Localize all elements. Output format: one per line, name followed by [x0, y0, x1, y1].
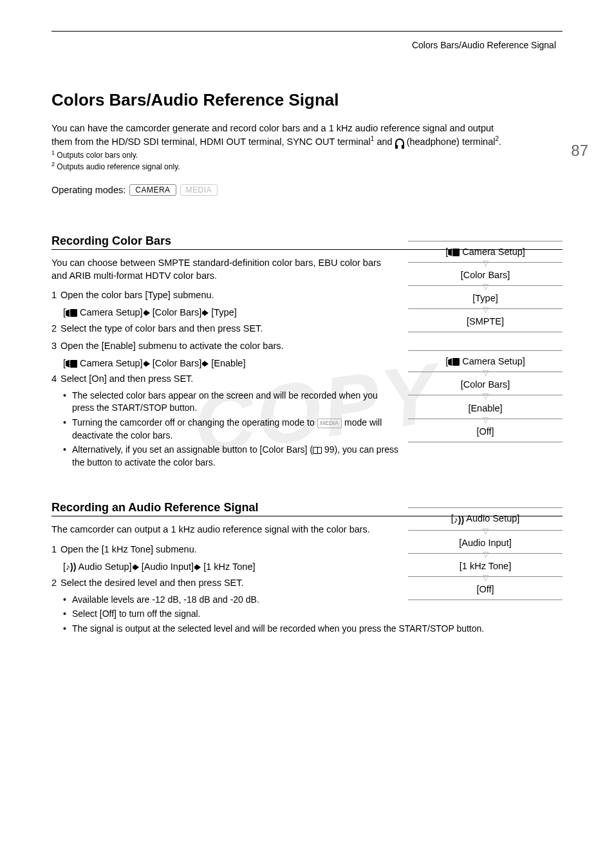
running-header: Colors Bars/Audio Reference Signal: [412, 40, 556, 50]
bullet: •Turning the camcorder off or changing t…: [63, 417, 399, 442]
section1-left: You can choose between SMPTE standard-de…: [51, 256, 399, 469]
path-txt: Camera Setup]: [77, 358, 145, 368]
step4-bullets: •The selected color bars appear on the s…: [63, 390, 399, 469]
sup2: 2: [495, 135, 499, 142]
menu1-item4: [SMPTE]: [408, 311, 563, 332]
step1-text: Open the color bars [Type] submenu.: [60, 290, 214, 300]
arrow-icon: [204, 310, 209, 316]
menu-group-3: [♪)) Audio Setup] ▽ [Audio Input] ▽ [1 k…: [408, 507, 563, 600]
intro-line2b: and: [374, 137, 395, 147]
menu-group-2: [ Camera Setup] ▽ [Color Bars] ▽ [Enable…: [408, 350, 563, 442]
step4-text: Select [On] and then press SET.: [60, 373, 193, 384]
step1-path: [♪)) Audio Setup] [Audio Input] [1 kHz T…: [63, 560, 399, 574]
section-color-bars: Recording Color Bars [ Camera Setup] ▽ […: [51, 234, 563, 469]
media-badge-icon: MEDIA: [317, 419, 342, 428]
bullet-text: Turning the camcorder off or changing th…: [72, 417, 399, 442]
page-ref-icon: [313, 447, 322, 454]
step-1: 1Open the [1 kHz Tone] submenu.: [51, 543, 399, 556]
page-number: 87: [571, 142, 588, 160]
menu3-item4: [Off]: [408, 579, 563, 600]
section2-left: The camcorder can output a 1 kHz audio r…: [51, 523, 399, 589]
bullet-text: Alternatively, if you set an assignable …: [72, 444, 399, 469]
intro-line1: You can have the camcorder generate and …: [51, 123, 494, 133]
op-modes-label: Operating modes:: [51, 185, 126, 195]
bullet-text: The signal is output at the selected lev…: [72, 623, 484, 636]
step-2: 2Select the desired level and then press…: [51, 576, 399, 590]
path-txt: Camera Setup]: [77, 307, 145, 317]
step1-path: [ Camera Setup] [Color Bars] [Type]: [63, 306, 399, 319]
menu-path-type: [ Camera Setup] ▽ [Color Bars] ▽ [Type] …: [408, 241, 563, 460]
path-txt: [1 kHz Tone]: [201, 561, 255, 572]
bullet-text: The selected color bars appear on the sc…: [72, 390, 399, 415]
footnote1-text: Outputs color bars only.: [55, 151, 138, 160]
section-audio-ref: Recording an Audio Reference Signal [♪))…: [51, 501, 563, 635]
top-rule: [51, 31, 563, 32]
audio-icon: ♪)): [454, 514, 464, 525]
step-4: 4Select [On] and then press SET.: [51, 372, 399, 386]
arrow-icon: [135, 564, 139, 571]
menu2-item4: [Off]: [408, 421, 563, 442]
footnote2-text: Outputs audio reference signal only.: [55, 162, 180, 171]
intro-line2c: (headphone) terminal: [404, 137, 496, 147]
bullet: •The signal is output at the selected le…: [63, 623, 563, 636]
section2-body: The camcorder can output a 1 kHz audio r…: [51, 523, 399, 536]
step2-text: Select the desired level and then press …: [60, 578, 244, 588]
section1-body: You can choose between SMPTE standard-de…: [51, 256, 399, 283]
path-txt: [Enable]: [209, 358, 245, 368]
mode-camera-badge: CAMERA: [129, 184, 176, 196]
headphone-icon: [395, 138, 404, 146]
path-txt: [Audio Input]: [139, 561, 196, 572]
intro-line2a: them from the HD/SD SDI terminal, HDMI O…: [51, 137, 371, 147]
path-txt: [Color Bars]: [150, 358, 205, 368]
path-txt: [Type]: [209, 307, 237, 317]
menu-path-audio: [♪)) Audio Setup] ▽ [Audio Input] ▽ [1 k…: [408, 507, 563, 618]
camera-icon: [448, 249, 460, 256]
operating-modes: Operating modes: CAMERA MEDIA: [51, 184, 563, 196]
step3-path: [ Camera Setup] [Color Bars] [Enable]: [63, 357, 399, 370]
step1-text: Open the [1 kHz Tone] submenu.: [60, 544, 197, 554]
step-3: 3Open the [Enable] submenu to activate t…: [51, 339, 399, 353]
menu1-item1-text: Camera Setup]: [460, 247, 525, 257]
bullet-text: Select [Off] to turn off the signal.: [72, 608, 201, 621]
arrow-icon: [196, 564, 201, 571]
main-title: Colors Bars/Audio Reference Signal: [51, 90, 563, 110]
bullet: •The selected color bars appear on the s…: [63, 390, 399, 415]
menu-group-1: [ Camera Setup] ▽ [Color Bars] ▽ [Type] …: [408, 241, 563, 333]
camera-icon: [448, 358, 460, 366]
audio-icon: ♪)): [66, 561, 76, 574]
footnote-1: 1 Outputs color bars only.: [51, 149, 563, 161]
camera-icon: [66, 360, 77, 368]
arrow-icon: [204, 361, 209, 367]
t: Alternatively, if you set an assignable …: [72, 444, 313, 455]
path-txt: [Color Bars]: [150, 307, 205, 317]
step-1: 1Open the color bars [Type] submenu.: [51, 288, 399, 302]
intro-text: You can have the camcorder generate and …: [51, 122, 563, 148]
page-content: Colors Bars/Audio Reference Signal You c…: [51, 90, 563, 637]
arrow-icon: [145, 310, 150, 316]
path-txt: Audio Setup]: [76, 561, 134, 572]
menu2-item1-text: Camera Setup]: [460, 356, 525, 366]
footnote-2: 2 Outputs audio reference signal only.: [51, 161, 563, 173]
t: Turning the camcorder off or changing th…: [72, 417, 317, 428]
bullet: •Alternatively, if you set an assignable…: [63, 444, 399, 469]
arrow-icon: [145, 361, 150, 367]
mode-media-badge: MEDIA: [180, 184, 218, 196]
bullet-text: Available levels are -12 dB, -18 dB and …: [72, 594, 259, 607]
camera-icon: [66, 309, 77, 317]
step-2: 2Select the type of color bars and then …: [51, 322, 399, 335]
menu3-item1-text: Audio Setup]: [464, 513, 519, 524]
step3-text: Open the [Enable] submenu to activate th…: [60, 341, 284, 351]
step2-text: Select the type of color bars and then p…: [60, 323, 263, 334]
